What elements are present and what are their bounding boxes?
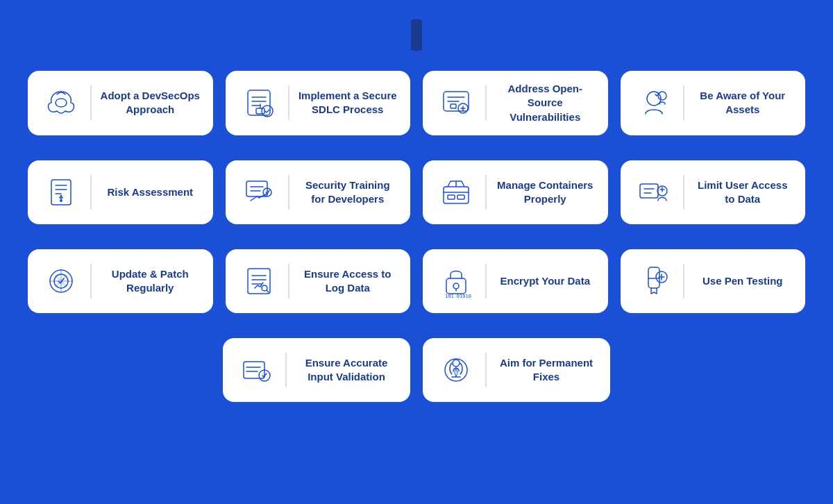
svg-point-45 [453,283,459,289]
pentest-icon [633,260,675,302]
card-label: Limit User Access to Data [693,178,793,207]
practice-card: Be Aware of Your Assets [621,71,806,135]
card-divider [485,175,487,210]
card-label: Manage Containers Properly [495,178,596,207]
logdata-icon [238,260,280,302]
useraccess-icon [633,171,675,213]
practice-card: Implement a Secure SDLC Process [226,71,411,135]
card-divider [285,353,287,387]
svg-rect-53 [244,362,264,378]
card-label: Ensure Access to Log Data [298,267,398,296]
svg-point-20 [60,200,62,201]
assets-icon [633,82,675,124]
card-label: Implement a Secure SDLC Process [298,89,398,117]
svg-rect-9 [451,104,456,108]
card-label: Ensure Accurate Input Validation [295,356,398,385]
card-divider [288,175,289,210]
card-divider [683,85,684,120]
practice-card: Risk Assessment [28,160,213,224]
containers-icon [435,171,477,213]
card-label: Encrypt Your Data [495,274,596,288]
svg-rect-0 [248,90,270,115]
practice-card: Ensure Access to Log Data [226,249,411,313]
practice-card: Manage Containers Properly [423,160,608,224]
practice-card: Adopt a DevSecOps Approach [28,71,213,135]
card-divider [90,264,92,299]
card-label: Update & Patch Regularly [100,267,201,296]
card-divider [485,353,487,387]
card-label: Aim for Permanent Fixes [495,356,598,385]
svg-rect-30 [640,184,658,198]
card-label: Risk Assessment [100,185,201,199]
opensource-icon [435,82,477,124]
permanentfix-icon [435,349,477,391]
svg-text:101 01010: 101 01010 [445,294,471,299]
card-label: Security Training for Developers [298,178,398,207]
practice-card: Address Open-Source Vulnerabilities [423,71,608,135]
devsecops-icon [40,82,82,124]
card-divider [90,175,92,210]
page-title [411,21,422,50]
svg-rect-28 [457,195,464,199]
patch-icon [40,260,82,302]
practice-card: 101 01010Encrypt Your Data [423,249,608,313]
card-divider [288,85,289,120]
svg-rect-4 [256,108,264,114]
practice-card: Ensure Accurate Input Validation [223,338,410,402]
card-divider [683,175,684,210]
card-label: Use Pen Testing [693,274,793,288]
sdlc-icon [238,82,280,124]
svg-line-43 [267,290,269,292]
card-divider [288,264,289,299]
practice-card: Aim for Permanent Fixes [423,338,610,402]
card-label: Address Open-Source Vulnerabilities [495,82,596,124]
practice-card: Use Pen Testing [621,249,806,313]
card-label: Adopt a DevSecOps Approach [100,89,201,117]
card-divider [90,85,92,120]
card-label: Be Aware of Your Assets [693,89,793,117]
inputvalidation-icon [235,349,277,391]
card-divider [485,85,487,120]
card-divider [683,264,684,299]
svg-rect-27 [448,195,455,199]
training-icon [238,171,280,213]
practice-card: Security Training for Developers [226,160,411,224]
svg-rect-25 [444,187,469,203]
encrypt-icon: 101 01010 [435,260,477,302]
card-divider [485,264,487,299]
practice-card: Limit User Access to Data [621,160,806,224]
risk-icon [40,171,82,213]
practice-card: Update & Patch Regularly [28,249,213,313]
svg-rect-48 [648,267,659,288]
svg-point-58 [453,360,460,367]
